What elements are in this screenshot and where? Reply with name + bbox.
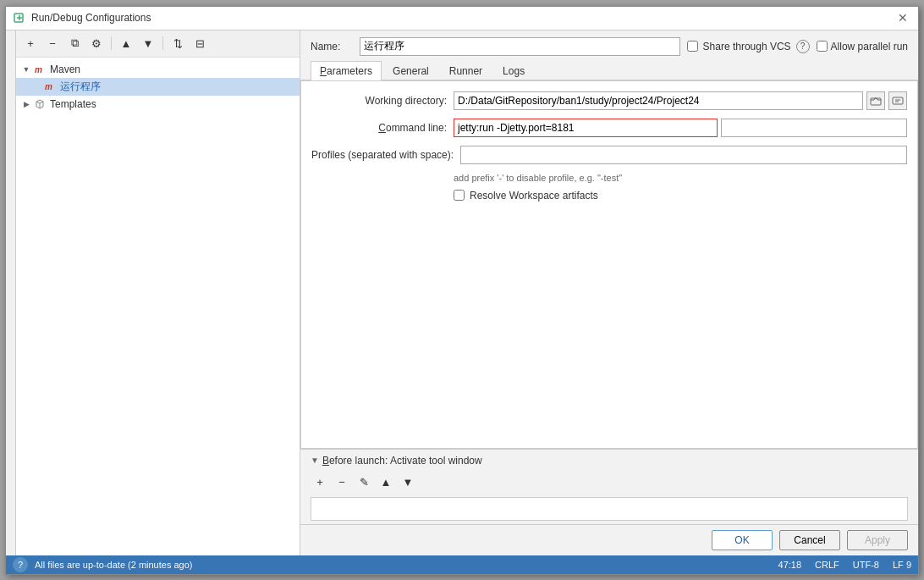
remove-config-button[interactable]: −: [43, 34, 62, 52]
tab-general[interactable]: General: [383, 61, 438, 80]
working-dir-input[interactable]: [454, 91, 863, 110]
profiles-label: Profiles (separated with space):: [311, 149, 454, 161]
separator-2: [162, 36, 163, 50]
copy-config-button[interactable]: ⧉: [65, 34, 84, 52]
before-launch-triangle[interactable]: ▼: [311, 456, 319, 465]
run-debug-dialog: Run/Debug Configurations ✕ + − ⧉ ⚙ ▲ ▼ ⇅…: [5, 6, 919, 575]
profiles-input[interactable]: [460, 146, 907, 164]
main-content: + − ⧉ ⚙ ▲ ▼ ⇅ ⊟ ▼ m: [6, 30, 918, 555]
tab-parameters-label: Parameters: [320, 65, 372, 77]
before-launch-list: [311, 497, 908, 521]
left-panel: + − ⧉ ⚙ ▲ ▼ ⇅ ⊟ ▼ m: [16, 30, 300, 555]
dialog-icon: [13, 11, 26, 25]
svg-text:m: m: [45, 82, 52, 91]
templates-label: Templates: [50, 98, 96, 110]
name-input[interactable]: [360, 37, 680, 56]
before-launch-edit-button[interactable]: ✎: [355, 473, 373, 492]
right-panel: Name: Share through VCS ? Allow parallel…: [300, 30, 918, 555]
tab-logs[interactable]: Logs: [493, 61, 534, 80]
ok-button[interactable]: OK: [712, 530, 773, 550]
status-indent: UTF-8: [853, 560, 879, 570]
config-tabs: Parameters General Runner Logs: [300, 61, 918, 80]
svg-rect-4: [893, 97, 903, 104]
name-label-text: Name:: [311, 41, 353, 52]
before-launch-label: Before launch: Activate tool window: [322, 455, 482, 467]
before-launch-down-button[interactable]: ▼: [399, 473, 417, 492]
resolve-ws-row: Resolve Workspace artifacts: [454, 190, 907, 202]
settings-config-button[interactable]: ⚙: [87, 34, 106, 52]
status-time: 47:18: [778, 560, 802, 570]
tab-general-label: General: [393, 65, 429, 77]
add-config-button[interactable]: +: [21, 34, 40, 52]
run-config-icon: m: [43, 80, 57, 93]
status-bar: ? All files are up-to-date (2 minutes ag…: [6, 555, 918, 574]
dialog-title: Run/Debug Configurations: [31, 12, 894, 24]
sort-button[interactable]: ⇅: [168, 34, 187, 52]
form-panel: Working directory:: [300, 80, 918, 449]
templates-icon: [33, 97, 47, 111]
status-spaces: LF 9: [893, 560, 911, 570]
command-line-row: Command line:: [311, 119, 907, 137]
command-line-input[interactable]: [454, 119, 718, 137]
working-dir-input-group: [454, 91, 907, 110]
tree-item-run-config[interactable]: m 运行程序: [16, 78, 300, 96]
share-vcs-area: Share through VCS ?: [687, 40, 810, 53]
tree-item-templates[interactable]: ▶ Templates: [16, 96, 300, 113]
before-launch-add-button[interactable]: +: [311, 473, 329, 492]
svg-text:m: m: [35, 65, 42, 75]
share-vcs-label: Share through VCS: [703, 41, 791, 52]
before-launch-up-button[interactable]: ▲: [377, 473, 395, 492]
move-up-button[interactable]: ▲: [117, 34, 135, 52]
working-dir-browse-folder-button[interactable]: [866, 91, 885, 110]
help-circle-icon[interactable]: ?: [13, 557, 28, 572]
working-dir-row: Working directory:: [311, 91, 907, 110]
command-line-input-group: [454, 119, 907, 137]
cancel-button[interactable]: Cancel: [779, 530, 840, 550]
maven-icon: m: [33, 63, 47, 76]
before-launch-header: ▼ Before launch: Activate tool window: [300, 450, 918, 472]
working-dir-browse-button[interactable]: [888, 91, 907, 110]
left-edge-strip: [6, 30, 16, 555]
tab-parameters[interactable]: Parameters: [311, 61, 382, 80]
tab-runner[interactable]: Runner: [440, 61, 492, 80]
tree-item-maven[interactable]: ▼ m Maven: [16, 61, 300, 78]
share-vcs-checkbox[interactable]: [687, 41, 698, 52]
resolve-ws-label: Resolve Workspace artifacts: [470, 190, 598, 202]
dialog-footer: OK Cancel Apply: [300, 524, 918, 555]
resolve-ws-checkbox[interactable]: [454, 190, 465, 201]
status-bar-right: 47:18 CRLF UTF-8 LF 9: [778, 560, 911, 570]
maven-toggle: ▼: [19, 63, 33, 76]
move-down-button[interactable]: ▼: [139, 34, 157, 52]
profiles-hint: add prefix '-' to disable profile, e.g. …: [454, 173, 907, 183]
allow-parallel-label: Allow parallel run: [831, 41, 908, 52]
status-text: All files are up-to-date (2 minutes ago): [35, 560, 192, 570]
share-vcs-help-icon[interactable]: ?: [796, 40, 810, 53]
close-button[interactable]: ✕: [894, 12, 911, 24]
tab-logs-label: Logs: [503, 65, 525, 77]
filter-button[interactable]: ⊟: [190, 34, 209, 52]
maven-label: Maven: [50, 64, 80, 75]
profiles-row: Profiles (separated with space):: [311, 146, 907, 164]
svg-rect-3: [871, 98, 881, 105]
status-encoding: CRLF: [815, 560, 839, 570]
name-row: Name: Share through VCS ? Allow parallel…: [300, 30, 918, 61]
allow-parallel-area: Allow parallel run: [817, 41, 908, 52]
before-launch-section: ▼ Before launch: Activate tool window + …: [300, 449, 918, 524]
before-launch-remove-button[interactable]: −: [333, 473, 351, 492]
run-config-label: 运行程序: [60, 80, 101, 94]
config-toolbar: + − ⧉ ⚙ ▲ ▼ ⇅ ⊟: [16, 30, 300, 58]
run-config-toggle: [36, 80, 43, 93]
command-line-label: Command line:: [311, 122, 447, 134]
separator-1: [111, 36, 112, 50]
title-bar: Run/Debug Configurations ✕: [6, 7, 918, 30]
templates-toggle: ▶: [19, 97, 33, 111]
config-tree: ▼ m Maven m 运行程序: [16, 58, 300, 555]
before-launch-toolbar: + − ✎ ▲ ▼: [300, 472, 918, 495]
working-dir-label: Working directory:: [311, 95, 447, 107]
allow-parallel-checkbox[interactable]: [817, 41, 828, 52]
command-line-extra-input[interactable]: [721, 119, 907, 137]
tab-runner-label: Runner: [449, 65, 482, 77]
apply-button[interactable]: Apply: [847, 530, 908, 550]
